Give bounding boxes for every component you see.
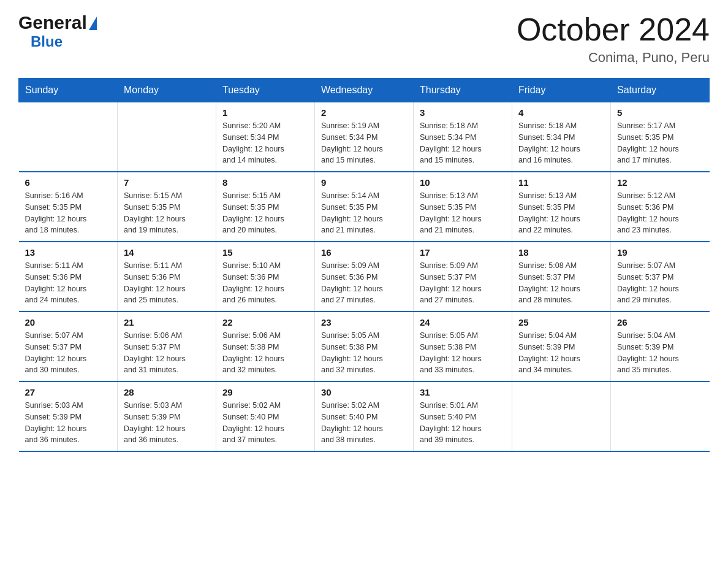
day-info: Sunrise: 5:11 AM Sunset: 5:36 PM Dayligh… [25, 260, 112, 306]
day-number: 28 [124, 387, 210, 397]
day-cell: 28Sunrise: 5:03 AM Sunset: 5:39 PM Dayli… [118, 381, 216, 451]
day-cell: 19Sunrise: 5:07 AM Sunset: 5:37 PM Dayli… [611, 242, 710, 312]
day-cell: 13Sunrise: 5:11 AM Sunset: 5:36 PM Dayli… [19, 242, 118, 312]
logo-triangle-icon [89, 17, 97, 30]
day-info: Sunrise: 5:18 AM Sunset: 5:34 PM Dayligh… [518, 120, 604, 166]
day-cell: 1Sunrise: 5:20 AM Sunset: 5:34 PM Daylig… [216, 102, 315, 172]
day-number: 17 [420, 247, 506, 258]
header-thursday: Thursday [414, 79, 512, 102]
day-cell: 14Sunrise: 5:11 AM Sunset: 5:36 PM Dayli… [118, 242, 216, 312]
day-number: 11 [518, 177, 604, 188]
day-info: Sunrise: 5:12 AM Sunset: 5:36 PM Dayligh… [617, 190, 703, 236]
day-cell: 7Sunrise: 5:15 AM Sunset: 5:35 PM Daylig… [118, 172, 216, 242]
day-cell: 29Sunrise: 5:02 AM Sunset: 5:40 PM Dayli… [216, 381, 315, 451]
day-number: 7 [124, 177, 210, 188]
day-info: Sunrise: 5:19 AM Sunset: 5:34 PM Dayligh… [321, 120, 407, 166]
day-info: Sunrise: 5:03 AM Sunset: 5:39 PM Dayligh… [124, 400, 210, 446]
day-cell [611, 381, 710, 451]
day-info: Sunrise: 5:05 AM Sunset: 5:38 PM Dayligh… [420, 330, 506, 376]
day-info: Sunrise: 5:07 AM Sunset: 5:37 PM Dayligh… [617, 260, 703, 306]
day-cell: 30Sunrise: 5:02 AM Sunset: 5:40 PM Dayli… [315, 381, 414, 451]
day-number: 25 [518, 317, 604, 327]
day-info: Sunrise: 5:18 AM Sunset: 5:34 PM Dayligh… [420, 120, 506, 166]
day-info: Sunrise: 5:17 AM Sunset: 5:35 PM Dayligh… [617, 120, 703, 166]
header-tuesday: Tuesday [216, 79, 315, 102]
header-friday: Friday [512, 79, 611, 102]
day-number: 22 [222, 317, 308, 327]
week-row-5: 27Sunrise: 5:03 AM Sunset: 5:39 PM Dayli… [19, 381, 710, 451]
week-row-2: 6Sunrise: 5:16 AM Sunset: 5:35 PM Daylig… [19, 172, 710, 242]
logo: General Blue [18, 12, 97, 50]
day-cell: 23Sunrise: 5:05 AM Sunset: 5:38 PM Dayli… [315, 312, 414, 381]
week-row-3: 13Sunrise: 5:11 AM Sunset: 5:36 PM Dayli… [19, 242, 710, 312]
day-number: 12 [617, 177, 703, 188]
day-info: Sunrise: 5:06 AM Sunset: 5:38 PM Dayligh… [222, 330, 308, 376]
day-cell [19, 102, 118, 172]
day-info: Sunrise: 5:09 AM Sunset: 5:37 PM Dayligh… [420, 260, 506, 306]
day-number: 9 [321, 177, 407, 188]
day-cell: 24Sunrise: 5:05 AM Sunset: 5:38 PM Dayli… [414, 312, 512, 381]
day-number: 23 [321, 317, 407, 327]
day-info: Sunrise: 5:04 AM Sunset: 5:39 PM Dayligh… [617, 330, 703, 376]
calendar-subtitle: Conima, Puno, Peru [517, 50, 710, 66]
day-info: Sunrise: 5:09 AM Sunset: 5:36 PM Dayligh… [321, 260, 407, 306]
day-cell: 10Sunrise: 5:13 AM Sunset: 5:35 PM Dayli… [414, 172, 512, 242]
day-cell: 25Sunrise: 5:04 AM Sunset: 5:39 PM Dayli… [512, 312, 611, 381]
day-cell: 31Sunrise: 5:01 AM Sunset: 5:40 PM Dayli… [414, 381, 512, 451]
day-number: 13 [25, 247, 112, 258]
day-number: 18 [518, 247, 604, 258]
day-number: 6 [25, 177, 112, 188]
logo-general-text: General [18, 12, 87, 33]
day-number: 16 [321, 247, 407, 258]
day-info: Sunrise: 5:04 AM Sunset: 5:39 PM Dayligh… [518, 330, 604, 376]
day-number: 21 [124, 317, 210, 327]
day-number: 8 [222, 177, 308, 188]
day-info: Sunrise: 5:01 AM Sunset: 5:40 PM Dayligh… [420, 400, 506, 446]
day-cell: 27Sunrise: 5:03 AM Sunset: 5:39 PM Dayli… [19, 381, 118, 451]
day-cell: 17Sunrise: 5:09 AM Sunset: 5:37 PM Dayli… [414, 242, 512, 312]
day-number: 24 [420, 317, 506, 327]
day-info: Sunrise: 5:02 AM Sunset: 5:40 PM Dayligh… [321, 400, 407, 446]
day-info: Sunrise: 5:16 AM Sunset: 5:35 PM Dayligh… [25, 190, 112, 236]
day-cell: 9Sunrise: 5:14 AM Sunset: 5:35 PM Daylig… [315, 172, 414, 242]
day-info: Sunrise: 5:08 AM Sunset: 5:37 PM Dayligh… [518, 260, 604, 306]
day-number: 20 [25, 317, 112, 327]
day-info: Sunrise: 5:07 AM Sunset: 5:37 PM Dayligh… [25, 330, 112, 376]
day-number: 5 [617, 107, 703, 118]
header-wednesday: Wednesday [315, 79, 414, 102]
day-cell: 12Sunrise: 5:12 AM Sunset: 5:36 PM Dayli… [611, 172, 710, 242]
day-cell: 18Sunrise: 5:08 AM Sunset: 5:37 PM Dayli… [512, 242, 611, 312]
day-info: Sunrise: 5:06 AM Sunset: 5:37 PM Dayligh… [124, 330, 210, 376]
day-cell: 26Sunrise: 5:04 AM Sunset: 5:39 PM Dayli… [611, 312, 710, 381]
day-info: Sunrise: 5:11 AM Sunset: 5:36 PM Dayligh… [124, 260, 210, 306]
day-info: Sunrise: 5:02 AM Sunset: 5:40 PM Dayligh… [222, 400, 308, 446]
page-header: General Blue October 2024 Conima, Puno, … [18, 12, 710, 66]
header-sunday: Sunday [19, 79, 118, 102]
calendar-table: SundayMondayTuesdayWednesdayThursdayFrid… [18, 78, 710, 452]
header-monday: Monday [118, 79, 216, 102]
day-number: 26 [617, 317, 703, 327]
day-number: 31 [420, 387, 506, 397]
day-number: 2 [321, 107, 407, 118]
day-cell: 21Sunrise: 5:06 AM Sunset: 5:37 PM Dayli… [118, 312, 216, 381]
day-number: 29 [222, 387, 308, 397]
day-cell: 15Sunrise: 5:10 AM Sunset: 5:36 PM Dayli… [216, 242, 315, 312]
day-number: 4 [518, 107, 604, 118]
calendar-title: October 2024 [517, 12, 710, 47]
week-row-1: 1Sunrise: 5:20 AM Sunset: 5:34 PM Daylig… [19, 102, 710, 172]
day-info: Sunrise: 5:15 AM Sunset: 5:35 PM Dayligh… [222, 190, 308, 236]
day-number: 30 [321, 387, 407, 397]
day-number: 10 [420, 177, 506, 188]
title-block: October 2024 Conima, Puno, Peru [517, 12, 710, 66]
day-number: 15 [222, 247, 308, 258]
day-cell: 11Sunrise: 5:13 AM Sunset: 5:35 PM Dayli… [512, 172, 611, 242]
header-saturday: Saturday [611, 79, 710, 102]
day-number: 19 [617, 247, 703, 258]
day-number: 3 [420, 107, 506, 118]
day-info: Sunrise: 5:13 AM Sunset: 5:35 PM Dayligh… [518, 190, 604, 236]
day-info: Sunrise: 5:13 AM Sunset: 5:35 PM Dayligh… [420, 190, 506, 236]
day-cell [118, 102, 216, 172]
day-cell: 2Sunrise: 5:19 AM Sunset: 5:34 PM Daylig… [315, 102, 414, 172]
day-cell: 16Sunrise: 5:09 AM Sunset: 5:36 PM Dayli… [315, 242, 414, 312]
day-info: Sunrise: 5:20 AM Sunset: 5:34 PM Dayligh… [222, 120, 308, 166]
